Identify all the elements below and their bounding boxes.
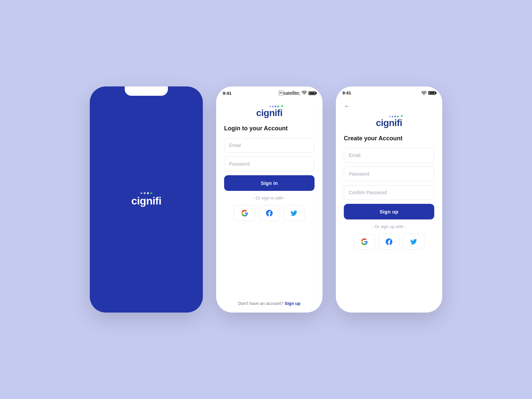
login-footer: Don't have an account? Sign up — [224, 301, 315, 306]
login-password-input[interactable] — [224, 157, 315, 171]
login-phone: 9:41 satellite; — [216, 86, 323, 313]
signup-logo-container: cignifi — [344, 116, 434, 128]
login-title: Login to your Account — [224, 125, 315, 132]
status-bar-signup: 9:41 — [336, 86, 442, 97]
signup-confirm-password-input[interactable] — [344, 185, 434, 200]
splash-phone: cignifi — [90, 86, 203, 313]
logo-dot-1 — [269, 106, 271, 107]
battery-icon-signup — [428, 91, 436, 95]
notch — [125, 86, 168, 96]
wifi-icon-signup — [421, 91, 427, 95]
signup-facebook-button[interactable] — [378, 234, 400, 250]
logo-dot-4 — [277, 106, 279, 107]
dot-3 — [147, 192, 149, 194]
signup-password-input[interactable] — [344, 167, 434, 181]
status-time-signup: 9:41 — [342, 90, 351, 95]
login-social-row — [224, 205, 315, 221]
signup-screen-content: ← cignifi Create your Account Sign up - … — [336, 97, 442, 313]
login-or-divider: - Or sign in with - — [224, 196, 315, 200]
signup-logo-dot-2 — [392, 116, 393, 117]
logo-dot-2 — [272, 106, 274, 107]
battery-icon — [309, 91, 316, 95]
signup-logo: cignifi — [376, 116, 402, 128]
login-facebook-button[interactable] — [259, 205, 280, 221]
signup-logo-wordmark: cignifi — [376, 118, 402, 128]
status-time-login: 9:41 — [223, 91, 231, 96]
dot-2 — [144, 192, 146, 194]
signup-logo-dot-1 — [389, 116, 391, 117]
signup-or-divider: - Or sign up with - — [344, 224, 434, 229]
status-icons-signup — [421, 91, 436, 95]
dot-4 — [150, 192, 152, 194]
sign-up-button[interactable]: Sign up — [344, 204, 434, 219]
login-twitter-button[interactable] — [283, 205, 305, 221]
signup-logo-dot-4 — [397, 116, 399, 117]
splash-dots — [140, 192, 152, 194]
logo-wordmark: cignifi — [256, 108, 283, 118]
login-screen-content: cignifi Login to your Account Sign in - … — [216, 98, 323, 313]
svg-point-0 — [304, 94, 305, 95]
login-email-input[interactable] — [224, 138, 315, 153]
splash-logo-text: cignifi — [131, 195, 162, 207]
logo-dot-3 — [275, 106, 276, 107]
signup-logo-dot-3 — [394, 116, 396, 117]
signup-title: Create your Account — [344, 135, 434, 142]
signup-email-input[interactable] — [344, 148, 434, 163]
signup-google-button[interactable] — [354, 234, 375, 250]
login-logo: cignifi — [256, 106, 283, 118]
signup-social-row — [344, 234, 434, 250]
signup-twitter-button[interactable] — [403, 234, 424, 250]
wifi-icon: satellite; — [279, 90, 307, 96]
svg-point-1 — [424, 94, 424, 95]
signup-phone: 9:41 ← — [336, 86, 442, 313]
splash-logo-container: cignifi — [131, 192, 162, 207]
login-logo-container: cignifi — [224, 106, 315, 118]
back-arrow[interactable]: ← — [344, 103, 434, 110]
status-bar-login: 9:41 satellite; — [216, 86, 323, 98]
status-icons-login: satellite; — [279, 90, 316, 96]
sign-in-button[interactable]: Sign in — [224, 175, 315, 191]
dot-1 — [140, 192, 142, 194]
login-google-button[interactable] — [234, 205, 255, 221]
signup-link[interactable]: Sign up — [285, 301, 301, 306]
